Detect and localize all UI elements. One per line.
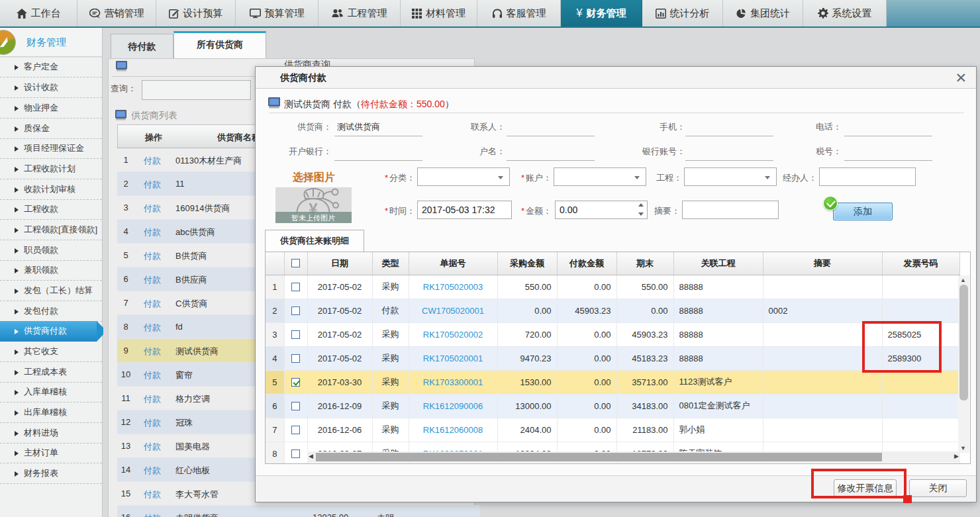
svg-text:暂未上传图片: 暂未上传图片 [291,214,335,222]
